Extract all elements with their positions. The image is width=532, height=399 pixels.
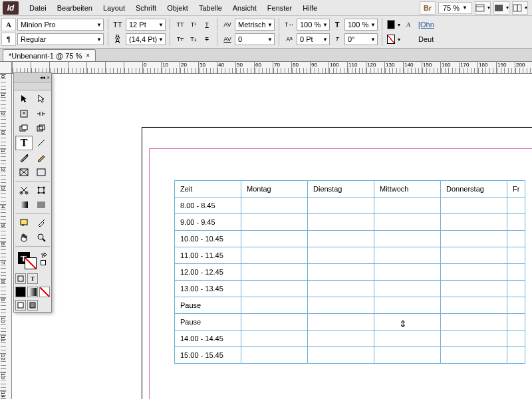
smallcaps-icon[interactable]: Tᴛ (174, 33, 186, 45)
ruler-origin[interactable] (0, 62, 12, 74)
type-tool[interactable]: T (15, 136, 33, 150)
tab-close-button[interactable]: × (86, 52, 90, 59)
svg-text:A: A (115, 35, 120, 40)
svg-rect-28 (21, 219, 27, 225)
menu-bearbeiten[interactable]: Bearbeiten (52, 1, 98, 15)
fill-swatch-icon[interactable]: ▾ (386, 18, 401, 31)
hscale2-dropdown[interactable]: 100 %▼ (344, 19, 378, 31)
table-row[interactable]: 14.00 - 14.45 (175, 331, 525, 347)
table-header-cell[interactable]: Mittwoch (374, 181, 441, 198)
note-tool[interactable] (15, 215, 33, 230)
gradient-swatch-tool[interactable] (15, 198, 33, 212)
table-row[interactable]: Pause (175, 314, 525, 331)
menu-hilfe[interactable]: Hilfe (297, 1, 323, 15)
canvas[interactable]: ZeitMontagDienstagMittwochDonnerstagFr8.… (12, 74, 532, 399)
rectangle-frame-tool[interactable] (15, 165, 33, 180)
font-family-dropdown[interactable]: Minion Pro▼ (17, 19, 104, 31)
table-header-cell[interactable]: Donnerstag (441, 181, 507, 198)
menu-ansicht[interactable]: Ansicht (227, 1, 262, 15)
bridge-button[interactable]: Br (420, 1, 436, 15)
stroke-swatch-icon[interactable]: ▾ (386, 33, 401, 46)
svg-line-17 (20, 169, 28, 176)
panel-close-icon[interactable]: × (47, 74, 50, 80)
vertical-ruler[interactable]: 01201234567891011121314 (0, 74, 12, 399)
table-row[interactable]: 12.00 - 12.45 (175, 264, 525, 281)
pencil-tool[interactable] (33, 150, 50, 165)
scissors-tool[interactable] (15, 183, 33, 198)
table-row[interactable]: 10.00 - 10.45 (175, 231, 525, 247)
formatting-text-icon[interactable]: T (27, 273, 38, 284)
leading-dropdown[interactable]: (14,4 Pt)▼ (126, 33, 166, 45)
kerning-dropdown[interactable]: Metrisch▼ (235, 19, 275, 31)
baseline-dropdown[interactable]: 0 Pt▼ (297, 33, 330, 45)
document-tab[interactable]: *Unbenannt-1 @ 75 % × (3, 49, 96, 61)
charstyle-link[interactable]: [Ohn (416, 21, 437, 29)
gradient-feather-tool[interactable] (33, 198, 50, 212)
content-collector-tool[interactable] (15, 121, 33, 136)
allcaps-icon[interactable]: TT (174, 19, 186, 31)
zoom-tool[interactable] (33, 230, 50, 245)
svg-rect-26 (20, 201, 28, 208)
menu-layout[interactable]: Layout (98, 1, 130, 15)
rectangle-tool[interactable] (33, 165, 50, 180)
gap-tool[interactable] (33, 106, 50, 121)
schedule-table[interactable]: ZeitMontagDienstagMittwochDonnerstagFr8.… (174, 180, 525, 364)
content-placer-tool[interactable] (33, 121, 50, 136)
menu-objekt[interactable]: Objekt (162, 1, 194, 15)
apply-color-icon[interactable] (15, 287, 26, 297)
superscript-icon[interactable]: T¹ (188, 19, 200, 31)
formatting-container-icon[interactable] (15, 273, 26, 284)
table-row[interactable]: 9.00 - 9.45 (175, 214, 525, 231)
tools-panel-tab[interactable] (14, 82, 51, 90)
line-tool[interactable] (33, 136, 50, 150)
underline-icon[interactable]: T (201, 19, 213, 31)
font-size-dropdown[interactable]: 12 Pt▼ (126, 19, 166, 31)
skew-dropdown[interactable]: 0°▼ (344, 33, 378, 45)
screen-mode-icon[interactable]: ▾ (493, 1, 509, 15)
menu-schrift[interactable]: Schrift (130, 1, 162, 15)
direct-selection-tool[interactable] (33, 92, 50, 106)
svg-rect-18 (37, 169, 45, 176)
eyedropper-tool[interactable] (33, 215, 50, 230)
table-header-cell[interactable]: Dienstag (308, 181, 374, 198)
font-style-dropdown[interactable]: Regular▼ (17, 33, 104, 45)
apply-none-icon[interactable] (39, 287, 50, 297)
table-header-cell[interactable]: Montag (241, 181, 308, 198)
collapse-icon[interactable]: ◂◂ (40, 74, 45, 80)
strikethrough-icon[interactable]: T (201, 33, 213, 45)
hscale-dropdown[interactable]: 100 %▼ (297, 19, 330, 31)
arrange-icon[interactable]: ▾ (512, 1, 528, 15)
table-row[interactable]: 8.00 - 8.45 (175, 198, 525, 214)
table-header-cell[interactable]: Zeit (175, 181, 241, 198)
swap-fill-stroke-icon[interactable] (41, 252, 47, 259)
menu-datei[interactable]: Datei (24, 1, 52, 15)
table-header-cell[interactable]: Fr (507, 181, 525, 198)
page-tool[interactable] (15, 106, 33, 121)
free-transform-tool[interactable] (33, 183, 50, 198)
table-row[interactable]: 13.00 - 13.45 (175, 281, 525, 297)
subscript-icon[interactable]: T₁ (188, 33, 200, 45)
table-row[interactable]: 11.00 - 11.45 (175, 247, 525, 264)
normal-view-icon[interactable] (15, 300, 26, 311)
stroke-swatch[interactable] (25, 257, 37, 269)
svg-line-30 (43, 239, 45, 241)
table-row[interactable]: Pause (175, 297, 525, 314)
default-fill-stroke-icon[interactable] (41, 260, 46, 265)
pen-tool[interactable] (15, 150, 33, 165)
horizontal-ruler[interactable]: 0102030405060708090100110120130140150160… (12, 62, 532, 74)
table-row[interactable]: 15.00 - 15.45 (175, 347, 525, 364)
menu-tabelle[interactable]: Tabelle (194, 1, 227, 15)
character-mode-icon[interactable]: A (1, 18, 16, 31)
zoom-dropdown[interactable]: 75 %▼ (438, 2, 472, 14)
selection-tool[interactable] (15, 92, 33, 106)
preview-view-icon[interactable] (27, 300, 38, 311)
paragraph-mode-icon[interactable]: ¶ (1, 33, 16, 46)
tracking-icon: AV (221, 33, 233, 45)
hand-tool[interactable] (15, 230, 33, 245)
apply-gradient-icon[interactable] (27, 287, 38, 297)
view-options-icon[interactable]: ▾ (475, 1, 491, 15)
tools-panel-header[interactable]: ◂◂ × (14, 73, 51, 82)
menu-fenster[interactable]: Fenster (262, 1, 297, 15)
fill-stroke-swatches[interactable]: T (14, 249, 51, 272)
tracking-dropdown[interactable]: 0▼ (235, 33, 275, 45)
